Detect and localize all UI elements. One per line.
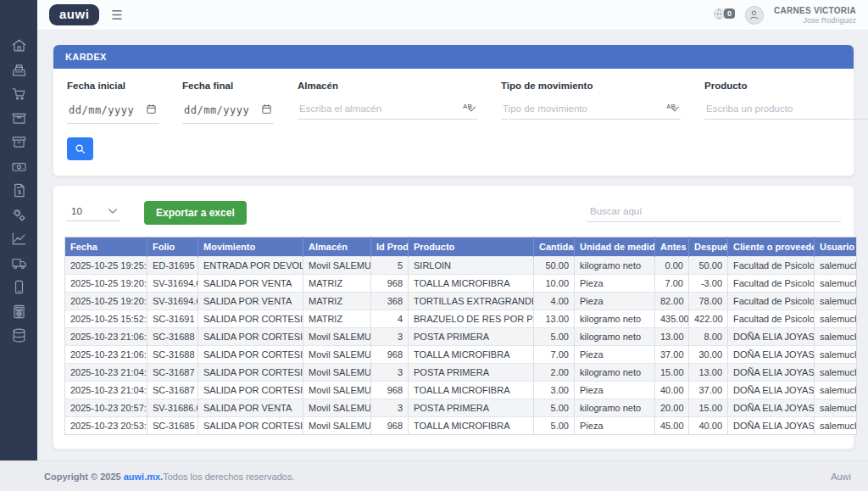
fecha-final-input[interactable]: dd/mm/yyyy (182, 101, 274, 124)
sidebar-item-reports[interactable] (11, 231, 27, 247)
column-header-cantidad[interactable]: Cantidad (534, 237, 575, 257)
cell-movimiento: SALIDA POR CORTESIA (198, 346, 303, 364)
cell-unidad: Pieza (575, 275, 655, 293)
copyright-suffix: Todos los derechos reservados. (163, 471, 294, 482)
cell-id_prod: 968 (371, 346, 409, 364)
app-window: $ auwi ☰ 0 CARNES VICTORIA Jose Rodrigue… (0, 0, 868, 491)
cell-id_prod: 3 (371, 399, 409, 417)
calculator-icon (11, 304, 27, 320)
cell-folio: SC-31687 (147, 382, 198, 399)
search-button[interactable] (67, 137, 93, 160)
cell-movimiento: SALIDA POR VENTA (198, 399, 303, 417)
sidebar-item-cash[interactable] (11, 159, 27, 175)
cell-antes: 37.00 (655, 346, 689, 364)
cell-unidad: Pieza (575, 346, 655, 364)
cell-movimiento: SALIDA POR CORTESIA (198, 417, 303, 435)
sidebar-item-shipping[interactable] (11, 255, 27, 271)
calendar-icon[interactable] (261, 103, 272, 118)
chevron-down-icon (108, 208, 117, 215)
cell-despues: 13.00 (689, 364, 728, 382)
kardex-table: FechaFolioMovimientoAlmacénId ProdProduc… (64, 237, 857, 435)
column-header-usuario[interactable]: Usuario (815, 237, 857, 257)
page-size-select[interactable]: 10 (66, 204, 120, 221)
sidebar-item-products[interactable] (11, 110, 27, 126)
cell-producto: POSTA PRIMERA (409, 328, 534, 346)
cell-id_prod: 4 (371, 310, 409, 328)
notifications-button[interactable]: 0 (713, 8, 735, 23)
fecha-inicial-input[interactable]: dd/mm/yyyy (67, 101, 159, 124)
table-row: 2025-10-23 20:53:21SC-31685SALIDA POR CO… (65, 417, 857, 435)
sidebar-item-home[interactable] (11, 37, 27, 53)
cell-unidad: kilogramo neto (575, 257, 655, 275)
notification-count-badge: 0 (724, 8, 735, 20)
sidebar-item-database[interactable] (11, 327, 27, 343)
cell-fecha: 2025-10-23 21:06:00 (65, 346, 147, 364)
user-menu[interactable]: CARNES VICTORIA Jose Rodriguez (774, 6, 856, 25)
cell-almacen: Movil SALEMUCH (303, 399, 371, 417)
almacen-input[interactable]: Escriba el almacén AB (298, 101, 477, 120)
hamburger-menu-icon[interactable]: ☰ (111, 8, 122, 21)
gears-icon (11, 207, 27, 223)
column-header-fecha[interactable]: Fecha (65, 237, 147, 257)
avatar[interactable] (745, 6, 764, 25)
cell-cliente: Facultad de Psicologia (728, 310, 815, 328)
tipo-movimiento-input[interactable]: Tipo de movimiento AB (501, 101, 681, 120)
sidebar-item-pos[interactable] (11, 62, 27, 78)
cell-cantidad: 4.00 (534, 293, 575, 310)
export-excel-button[interactable]: Exportar a excel (144, 201, 247, 225)
user-name: Jose Rodriguez (774, 16, 856, 25)
column-header-folio[interactable]: Folio (147, 237, 198, 257)
sidebar-item-invoices[interactable]: $ (11, 182, 27, 198)
cell-folio: SC-31687 (147, 364, 198, 382)
cell-cliente: DOÑA ELIA JOYAS (728, 328, 815, 346)
cell-antes: 40.00 (655, 382, 689, 399)
column-header-id_prod[interactable]: Id Prod (371, 237, 409, 257)
app-logo[interactable]: auwi (49, 4, 99, 25)
filter-fecha-inicial: Fecha inicial dd/mm/yyyy (67, 81, 159, 124)
column-header-cliente[interactable]: Cliente o proveedor (728, 237, 815, 257)
kardex-table-panel: 10 Exportar a excel FechaFolioMovimiento… (53, 185, 854, 449)
table-search-input[interactable] (587, 204, 841, 222)
producto-input[interactable]: Escriba un producto AB (704, 101, 868, 120)
cell-usuario: salemuch (815, 417, 857, 435)
cell-fecha: 2025-10-23 21:04:26 (65, 364, 147, 382)
company-name: CARNES VICTORIA (774, 6, 856, 15)
cell-fecha: 2025-10-25 19:20:51 (65, 275, 147, 293)
cell-fecha: 2025-10-23 21:06:00 (65, 328, 147, 346)
cell-almacen: Movil SALEMUCH (303, 328, 371, 346)
cell-producto: TOALLA MICROFIBRA (409, 275, 534, 293)
invoice-icon: $ (11, 182, 27, 198)
cell-unidad: Pieza (575, 293, 655, 310)
auwi-link[interactable]: auwi.mx. (124, 471, 163, 482)
cell-cliente: DOÑA ELIA JOYAS (728, 417, 815, 435)
sidebar-item-settings[interactable] (11, 207, 27, 223)
cell-movimiento: ENTRADA POR DEVOLUCIÓN (198, 257, 303, 275)
shopping-cart-icon (11, 86, 27, 102)
column-header-producto[interactable]: Producto (409, 237, 534, 257)
sidebar-item-inventory[interactable] (11, 134, 27, 150)
cell-antes: 82.00 (655, 293, 689, 310)
column-header-almacen[interactable]: Almacén (303, 237, 371, 257)
line-chart-icon (11, 231, 27, 247)
sidebar-item-calculator[interactable] (11, 304, 27, 320)
column-header-antes[interactable]: Antes (655, 237, 689, 257)
cell-usuario: salemuch (815, 399, 857, 417)
cell-cantidad: 10.00 (534, 275, 575, 293)
sidebar-item-mobile[interactable] (11, 279, 27, 295)
autocomplete-icon: AB (666, 103, 679, 114)
sidebar-item-sales[interactable] (11, 86, 27, 102)
calendar-icon[interactable] (146, 103, 157, 118)
autocomplete-icon: AB (463, 103, 476, 114)
cell-despues: 422.00 (689, 310, 728, 328)
column-header-unidad[interactable]: Unidad de medida (575, 237, 655, 257)
cell-producto: TOALLA MICROFIBRA (409, 346, 534, 364)
cell-folio: SV-31694.63 (147, 275, 198, 293)
cell-producto: POSTA PRIMERA (409, 399, 534, 417)
column-header-despues[interactable]: Después (689, 237, 728, 257)
cell-cantidad: 50.00 (534, 257, 575, 275)
sidebar: $ (0, 0, 37, 460)
cell-folio: SC-31688 (147, 328, 198, 346)
column-header-movimiento[interactable]: Movimiento (198, 237, 303, 257)
cell-movimiento: SALIDA POR CORTESIA (198, 328, 303, 346)
cell-unidad: kilogramo neto (575, 399, 655, 417)
